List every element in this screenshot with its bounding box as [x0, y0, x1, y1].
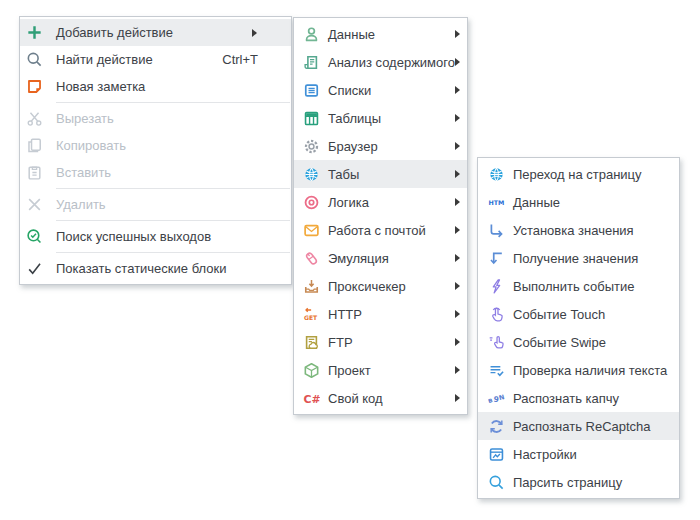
menu-item-get-value[interactable]: Получение значения: [478, 244, 679, 272]
menu-item-label: Списки: [328, 83, 371, 98]
menu-item-proxychecker[interactable]: Проксичекер: [294, 272, 467, 300]
menu-item-tabs[interactable]: Табы: [294, 160, 467, 188]
menu-item-label: Браузер: [328, 139, 378, 154]
search-blue-icon: [488, 474, 505, 491]
submenu-arrow-icon: [455, 366, 460, 374]
menu-item-label: Событие Touch: [513, 307, 605, 322]
menu-separator: [56, 220, 290, 221]
menu-separator: [56, 252, 290, 253]
menu-item-lists[interactable]: Списки: [294, 76, 467, 104]
context-menu-stage: Добавить действиеНайти действиеCtrl+TНов…: [0, 0, 700, 520]
menu-item-project[interactable]: Проект: [294, 356, 467, 384]
recaptcha-icon: [488, 418, 505, 435]
menu-item-go-to-page[interactable]: Переход на страницу: [478, 160, 679, 188]
svg-text:HTM: HTM: [488, 199, 504, 206]
menu-item-label: Данные: [513, 195, 560, 210]
menu-item-check-text[interactable]: Проверка наличия текста: [478, 356, 679, 384]
person-icon: [303, 26, 320, 43]
menu-item-add-action[interactable]: Добавить действие: [20, 19, 291, 46]
menu-item-data[interactable]: HTMДанные: [478, 188, 679, 216]
menu-item-logic[interactable]: Логика: [294, 188, 467, 216]
menu-item-cut: Вырезать: [20, 105, 291, 132]
menu-item-new-note[interactable]: Новая заметка: [20, 73, 291, 100]
globe-icon: [303, 166, 320, 183]
menu-item-label: Проверка наличия текста: [513, 363, 667, 378]
menu-item-emulation[interactable]: Эмуляция: [294, 244, 467, 272]
cut-icon: [26, 110, 43, 127]
globe-icon: [488, 166, 505, 183]
submenu-add-action: ДанныеАнализ содержимогоСпискиТаблицыБра…: [293, 17, 468, 415]
menu-item-label: Логика: [328, 195, 369, 210]
menu-item-settings[interactable]: Настройки: [478, 440, 679, 468]
swipe-icon: [488, 334, 505, 351]
menu-item-label: Поиск успешных выходов: [56, 229, 211, 244]
menu-item-label: Выполнить событие: [513, 279, 634, 294]
menu-item-http[interactable]: GETHTTP: [294, 300, 467, 328]
menu-item-label: HTTP: [328, 307, 362, 322]
search-success-icon: [26, 228, 43, 245]
mail-icon: [303, 222, 320, 239]
submenu-arrow-icon: [252, 29, 257, 37]
submenu-arrow-icon: [455, 170, 460, 178]
csharp-icon: C#: [303, 390, 320, 407]
menu-separator: [56, 188, 290, 189]
menu-item-label: Новая заметка: [56, 79, 145, 94]
submenu-arrow-icon: [455, 254, 460, 262]
menu-item-label: Найти действие: [56, 52, 153, 67]
menu-item-ftp[interactable]: FTP: [294, 328, 467, 356]
menu-item-recognize-recaptcha[interactable]: Распознать ReCaptcha: [478, 412, 679, 440]
submenu-arrow-icon: [455, 114, 460, 122]
menu-item-mail[interactable]: Работа с почтой: [294, 216, 467, 244]
menu-item-execute-event[interactable]: Выполнить событие: [478, 272, 679, 300]
event-icon: [488, 278, 505, 295]
submenu-arrow-icon: [455, 58, 460, 66]
menu-item-touch-event[interactable]: Событие Touch: [478, 300, 679, 328]
menu-item-label: Переход на страницу: [513, 167, 642, 182]
menu-item-tables[interactable]: Таблицы: [294, 104, 467, 132]
menu-item-set-value[interactable]: Установка значения: [478, 216, 679, 244]
plus-icon: [26, 24, 43, 41]
project-icon: [303, 362, 320, 379]
captcha-icon: в9N: [488, 390, 505, 407]
gear-icon: [303, 138, 320, 155]
menu-item-label: Свой код: [328, 391, 383, 406]
menu-item-show-static-blocks[interactable]: Показать статические блоки: [20, 255, 291, 282]
menu-item-parse-page[interactable]: Парсить страницу: [478, 468, 679, 496]
svg-text:C#: C#: [303, 393, 320, 406]
menu-item-data[interactable]: Данные: [294, 20, 467, 48]
list-icon: [303, 82, 320, 99]
menu-item-content-analysis[interactable]: Анализ содержимого: [294, 48, 467, 76]
menu-item-label: Получение значения: [513, 251, 638, 266]
menu-item-recognize-captcha[interactable]: в9NРаспознать капчу: [478, 384, 679, 412]
menu-item-delete: Удалить: [20, 191, 291, 218]
search-icon: [26, 51, 43, 68]
menu-item-label: Проксичекер: [328, 279, 406, 294]
delete-icon: [26, 196, 43, 213]
ftp-icon: [303, 334, 320, 351]
submenu-arrow-icon: [455, 282, 460, 290]
copy-icon: [26, 137, 43, 154]
submenu-arrow-icon: [455, 30, 460, 38]
menu-item-swipe-event[interactable]: Событие Swipe: [478, 328, 679, 356]
menu-item-copy: Копировать: [20, 132, 291, 159]
submenu-arrow-icon: [455, 338, 460, 346]
proxy-icon: [303, 278, 320, 295]
doc-analysis-icon: [303, 54, 320, 71]
menu-item-label: Работа с почтой: [328, 223, 426, 238]
menu-item-own-code[interactable]: C#Свой код: [294, 384, 467, 412]
menu-item-label: Табы: [328, 167, 359, 182]
menu-item-find-action[interactable]: Найти действиеCtrl+T: [20, 46, 291, 73]
menu-item-paste: Вставить: [20, 159, 291, 186]
submenu-arrow-icon: [455, 198, 460, 206]
submenu-arrow-icon: [455, 226, 460, 234]
submenu-arrow-icon: [455, 86, 460, 94]
menu-item-label: Настройки: [513, 447, 577, 462]
menu-item-label: Добавить действие: [56, 25, 173, 40]
menu-item-browser[interactable]: Браузер: [294, 132, 467, 160]
htm-icon: HTM: [488, 194, 505, 211]
menu-item-label: Вырезать: [56, 111, 114, 126]
table-icon: [303, 110, 320, 127]
submenu-arrow-icon: [455, 142, 460, 150]
note-icon: [26, 78, 43, 95]
menu-item-search-success-exits[interactable]: Поиск успешных выходов: [20, 223, 291, 250]
